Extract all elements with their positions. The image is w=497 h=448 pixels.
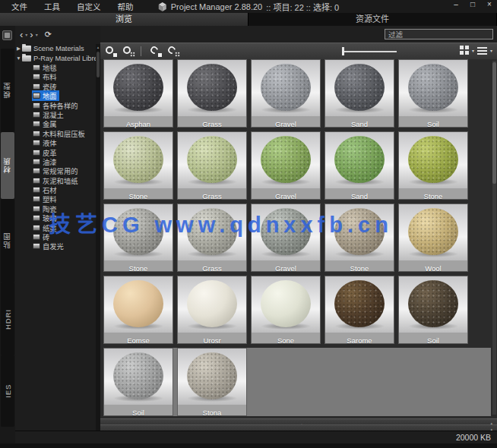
material-item[interactable]: Sand — [324, 59, 394, 128]
material-label-bar: Stone — [325, 260, 394, 271]
material-label-bar: Sand — [325, 116, 394, 127]
material-item[interactable]: Stone — [324, 203, 394, 272]
back-history-dropdown-icon[interactable]: ▾ — [25, 32, 27, 37]
material-item[interactable]: Stone — [103, 131, 173, 200]
material-item[interactable]: Sarome — [324, 276, 394, 344]
tree-item[interactable]: 纸类 — [15, 222, 96, 232]
material-item[interactable]: Gravel — [251, 203, 321, 272]
show-materials-icon[interactable] — [105, 46, 118, 57]
minimize-button[interactable]: – — [451, 0, 461, 8]
material-item[interactable]: Stone — [103, 203, 173, 272]
material-item[interactable]: Stona — [177, 348, 247, 416]
material-item[interactable]: Sone — [251, 276, 321, 344]
tree-item[interactable]: 陶瓷 — [15, 204, 96, 213]
forward-history-dropdown-icon[interactable]: ▾ — [36, 32, 38, 37]
material-item[interactable]: Asphan — [103, 59, 173, 128]
material-item[interactable]: Soil — [103, 348, 173, 416]
preview-rollout[interactable]: 预览 ▴ — [100, 424, 497, 431]
sidebar-tab-hdri[interactable]: HDRI — [1, 282, 14, 355]
info-rollout[interactable]: 信息 ▴ — [100, 418, 497, 424]
show-maps-icon[interactable] — [122, 46, 135, 57]
material-item[interactable]: Sand — [324, 131, 394, 200]
slider-thumb[interactable] — [342, 47, 344, 55]
material-label-bar: Grass — [178, 260, 246, 271]
material-row: AsphanGrassGravelSandSoil — [103, 59, 497, 128]
tree-item[interactable]: 布料 — [15, 72, 96, 81]
material-category-icon — [33, 215, 40, 221]
menu-item-1[interactable]: 工具 — [37, 0, 67, 13]
tree-item[interactable]: 瓷砖 — [15, 82, 96, 91]
tree-root-label: P-Ray Material Libre — [33, 55, 96, 62]
app-logo-icon — [158, 2, 167, 11]
tree-item[interactable]: 常规常用的 — [15, 166, 96, 175]
material-category-icon — [33, 103, 40, 109]
sidebar-tab-maps[interactable]: 贴图 — [1, 199, 14, 282]
tree-item[interactable]: 自发光 — [15, 241, 96, 251]
sidebar-tab-models[interactable]: 模型 — [1, 49, 14, 132]
material-label-bar: Soil — [104, 405, 173, 415]
update-previews-icon[interactable] — [167, 46, 180, 57]
tree-item[interactable]: 皮革 — [15, 147, 96, 156]
tree-item[interactable]: 混凝土 — [15, 110, 96, 119]
maximize-button[interactable]: □ — [468, 0, 477, 8]
menu-item-0[interactable]: 文件 — [5, 0, 34, 13]
menu-item-2[interactable]: 自定义 — [70, 0, 108, 13]
material-item[interactable]: Soil — [398, 276, 468, 344]
grid-view-dropdown-icon[interactable]: ▾ — [472, 48, 474, 53]
refresh-button[interactable]: ⟳ — [45, 30, 52, 39]
material-category-icon — [33, 131, 40, 137]
tree-item[interactable]: 地面 — [15, 91, 96, 100]
toolbar-separator — [141, 46, 141, 56]
list-view-icon[interactable] — [477, 46, 487, 55]
menu-item-3[interactable]: 帮助 — [111, 0, 141, 13]
material-sphere — [408, 136, 458, 183]
thumbnail-size-slider[interactable] — [342, 50, 397, 53]
grid-view-icon[interactable] — [460, 46, 469, 55]
tree-item[interactable]: 木料和层压板 — [15, 129, 96, 138]
tree-root-1[interactable]: ▼P-Ray Material Libre — [15, 53, 96, 62]
material-sphere — [113, 136, 163, 183]
tree-item[interactable]: 各种各样的 — [15, 100, 96, 109]
render-previews-icon[interactable] — [150, 46, 163, 57]
sidebar-tab-materials[interactable]: 材质 — [1, 132, 14, 199]
library-panel-icon[interactable] — [2, 30, 12, 40]
material-item[interactable]: Urosr — [177, 276, 247, 344]
material-item[interactable]: Wool — [398, 203, 468, 272]
tree-item[interactable]: 灰泥和墙纸 — [15, 175, 96, 185]
list-view-dropdown-icon[interactable]: ▾ — [490, 48, 492, 53]
tree-item[interactable]: 金属 — [15, 119, 96, 128]
expand-icon[interactable]: ▶ — [15, 46, 22, 52]
tree-item[interactable]: 砖 — [15, 232, 96, 241]
tree-item[interactable]: 玻璃 — [15, 213, 96, 222]
tab-browse[interactable]: 浏览 — [0, 13, 248, 26]
material-sphere — [187, 280, 237, 327]
tree-root-0[interactable]: ▶Scene Materials — [15, 44, 96, 53]
tree-item[interactable]: 地毯 — [15, 63, 96, 72]
filter-input[interactable] — [385, 29, 493, 39]
material-sphere — [187, 352, 237, 399]
tree-item[interactable]: 液体 — [15, 138, 96, 147]
material-item[interactable]: Gravel — [251, 131, 321, 200]
material-preview — [104, 132, 173, 188]
material-item[interactable]: Grass — [177, 59, 247, 128]
material-item[interactable]: Eomse — [103, 276, 173, 344]
material-row: EomseUrosrSoneSaromeSoil — [103, 276, 497, 344]
collapse-icon[interactable]: ▼ — [15, 55, 22, 61]
material-item[interactable]: Soil — [398, 59, 468, 128]
tab-resources[interactable]: 资源文件 — [248, 13, 497, 26]
tree-item[interactable]: 石材 — [15, 185, 96, 194]
forward-button[interactable]: › — [30, 30, 33, 39]
tree-item[interactable]: 油漆 — [15, 157, 96, 166]
material-label-bar: Stone — [104, 260, 173, 271]
back-button[interactable]: ‹ — [20, 30, 23, 39]
material-item[interactable]: Gravel — [251, 59, 321, 128]
material-item[interactable]: Grass — [177, 131, 247, 200]
tree-scroll-thumb[interactable] — [97, 52, 100, 77]
tree-item[interactable]: 塑料 — [15, 194, 96, 203]
close-button[interactable]: × — [485, 0, 494, 8]
sidebar-tab-ies[interactable]: IES — [1, 355, 14, 427]
material-item[interactable]: Stone — [398, 131, 468, 200]
slider-track[interactable] — [342, 51, 397, 52]
material-item[interactable]: Grass — [177, 203, 247, 272]
material-preview — [178, 60, 246, 116]
